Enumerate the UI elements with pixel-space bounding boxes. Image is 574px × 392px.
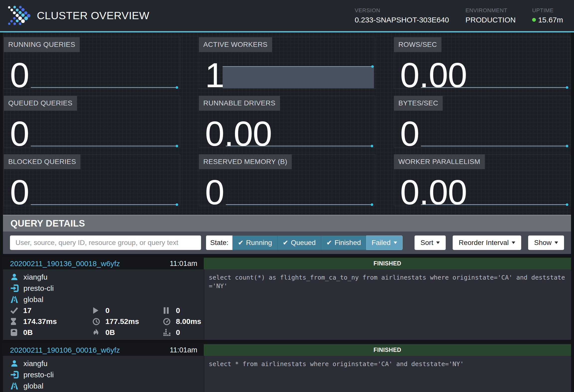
query-source: presto-cli xyxy=(10,283,204,294)
road-icon xyxy=(10,382,19,390)
presto-logo-icon xyxy=(7,5,30,26)
chevron-down-icon xyxy=(555,241,558,244)
queued-splits-stat: 0 xyxy=(163,305,204,316)
stat-card-label: ROWS/SEC xyxy=(394,37,441,52)
stat-card-runnable-drivers: RUNNABLE DRIVERS 0.00 xyxy=(199,96,375,148)
query-source: presto-cli xyxy=(10,369,204,380)
stat-card-value: 1 xyxy=(205,58,224,93)
query-row: 20200211_190136_00018_w6yfz 11:01am FINI… xyxy=(3,258,571,340)
stat-card-label: BYTES/SEC xyxy=(394,96,443,111)
stat-card-value: 0.00 xyxy=(400,175,467,210)
query-text: select * from airlinestats where origins… xyxy=(204,356,571,392)
query-resource-group: global xyxy=(10,294,204,305)
filter-running-button[interactable]: Running xyxy=(232,235,278,250)
state-filter-group: State: Running Queued Finished Failed xyxy=(206,235,403,250)
cluster-hud: RUNNING QUERIES 0 ACTIVE WORKERS 1 ROWS/… xyxy=(3,32,571,215)
version-value: 0.233-SNAPSHOT-303E640 xyxy=(355,16,449,24)
query-id-link[interactable]: 20200211_190106_00016_w6yfz xyxy=(10,346,120,354)
pause-icon xyxy=(163,307,172,314)
uptime-value: 15.67m xyxy=(538,16,563,24)
chevron-down-icon xyxy=(394,241,397,244)
query-status-badge: FINISHED xyxy=(204,344,571,356)
header-stats: VERSION 0.233-SNAPSHOT-303E640 ENVIRONME… xyxy=(355,7,567,24)
query-resource-group: global xyxy=(10,380,204,392)
filter-failed-dropdown[interactable]: Failed xyxy=(366,235,403,250)
query-stats-grid: 17 0 0 174.37m xyxy=(10,305,204,338)
stat-card-bytes-sec: BYTES/SEC 0 xyxy=(394,96,570,148)
query-user: xiangfu xyxy=(10,271,204,283)
stat-card-queued-queries: QUEUED QUERIES 0 xyxy=(4,96,180,148)
filter-queued-button[interactable]: Queued xyxy=(277,235,321,250)
fire-icon xyxy=(93,329,101,336)
version-stat: VERSION 0.233-SNAPSHOT-303E640 xyxy=(355,7,449,24)
query-meta-panel: xiangfu presto-cli global xyxy=(3,356,204,392)
query-details-title: QUERY DETAILS xyxy=(10,218,85,229)
state-label: State: xyxy=(206,235,233,250)
query-status-badge: FINISHED xyxy=(204,258,571,269)
clock-icon-stat: 177.52ms xyxy=(93,316,163,327)
clock-icon xyxy=(93,318,101,325)
stat-card-label: QUEUED QUERIES xyxy=(4,96,77,111)
uptime-status-dot xyxy=(532,18,536,22)
stat-card-label: ACTIVE WORKERS xyxy=(199,37,272,52)
user-icon xyxy=(10,360,19,367)
uptime-label: UPTIME xyxy=(532,7,563,14)
hourglass-icon xyxy=(10,318,19,325)
check-icon xyxy=(326,239,332,247)
stat-card-value: 0.00 xyxy=(400,58,467,93)
query-row-header: 20200211_190106_00016_w6yfz 11:01am xyxy=(3,344,204,356)
equalizer-stat: 0 xyxy=(163,327,204,338)
query-details-section: QUERY DETAILS State: Running Queued Fini… xyxy=(3,215,571,392)
equalizer-icon xyxy=(163,329,172,336)
chevron-down-icon xyxy=(436,241,440,244)
uptime-stat: UPTIME 15.67m xyxy=(532,7,563,24)
chevron-down-icon xyxy=(512,241,515,244)
stat-card-value: 0 xyxy=(400,116,419,151)
stat-card-value: 0 xyxy=(10,175,29,210)
running-splits-stat: 0 xyxy=(93,305,163,316)
road-icon xyxy=(10,296,19,303)
sort-dropdown[interactable]: Sort xyxy=(415,235,446,250)
stat-card-label: WORKER PARALLELISM xyxy=(394,154,485,169)
query-time: 11:01am xyxy=(170,346,197,354)
wall-time-stat: 174.37ms xyxy=(10,316,93,327)
query-row: 20200211_190106_00016_w6yfz 11:01am FINI… xyxy=(3,344,571,392)
filter-finished-button[interactable]: Finished xyxy=(321,235,366,250)
show-dropdown[interactable]: Show xyxy=(528,235,564,250)
app-header: CLUSTER OVERVIEW VERSION 0.233-SNAPSHOT-… xyxy=(0,0,574,31)
query-time: 11:01am xyxy=(170,259,197,268)
environment-label: ENVIRONMENT xyxy=(465,7,516,14)
reorder-interval-dropdown[interactable]: Reorder Interval xyxy=(453,235,521,250)
environment-stat: ENVIRONMENT PRODUCTION xyxy=(465,7,516,24)
sign-in-icon xyxy=(10,371,19,379)
query-text: select count(*) as flights_from_ca_to_ny… xyxy=(204,269,571,339)
stat-card-label: BLOCKED QUERIES xyxy=(4,154,80,169)
stat-card-blocked-queries: BLOCKED QUERIES 0 xyxy=(4,154,180,206)
check-splits-icon xyxy=(10,307,19,314)
stat-card-reserved-memory: RESERVED MEMORY (B) 0 xyxy=(199,154,375,206)
user-icon xyxy=(10,273,19,281)
query-row-header: 20200211_190136_00018_w6yfz 11:01am xyxy=(3,258,204,269)
stat-card-running-queries: RUNNING QUERIES 0 xyxy=(4,37,180,89)
stat-card-rows-sec: ROWS/SEC 0.00 xyxy=(394,37,570,89)
stat-card-label: RUNNING QUERIES xyxy=(4,37,80,52)
gauge-icon-stat: 8.00ms xyxy=(163,316,204,327)
query-filter-toolbar: State: Running Queued Finished Failed So… xyxy=(3,232,571,254)
search-input[interactable] xyxy=(10,235,201,250)
stat-card-value: 0 xyxy=(10,58,29,93)
completed-splits-stat: 17 xyxy=(10,305,93,316)
play-icon xyxy=(93,307,101,314)
environment-value: PRODUCTION xyxy=(465,16,516,24)
page-title: CLUSTER OVERVIEW xyxy=(37,9,149,22)
query-meta-panel: xiangfu presto-cli global xyxy=(3,269,204,339)
version-label: VERSION xyxy=(355,7,449,14)
check-icon xyxy=(283,239,288,247)
sign-in-icon xyxy=(10,284,19,292)
query-user: xiangfu xyxy=(10,358,204,369)
scale-icon xyxy=(10,329,19,336)
query-id-link[interactable]: 20200211_190136_00018_w6yfz xyxy=(10,259,120,268)
gauge-icon xyxy=(163,318,172,325)
stat-card-value: 0 xyxy=(205,175,224,210)
stat-card-active-workers: ACTIVE WORKERS 1 xyxy=(199,37,375,89)
stat-card-worker-parallelism: WORKER PARALLELISM 0.00 xyxy=(394,154,570,206)
